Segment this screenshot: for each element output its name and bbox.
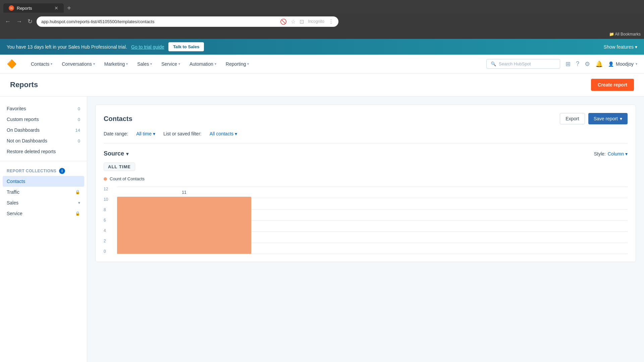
help-icon[interactable]: ? xyxy=(576,60,579,67)
user-chevron: ▾ xyxy=(636,62,637,66)
star-icon[interactable]: ☆ xyxy=(291,18,296,25)
show-features-button[interactable]: Show features ▾ xyxy=(604,44,637,50)
nav-sales-chevron: ▾ xyxy=(150,62,152,66)
report-card: Contacts Export Save report ▾ Date range… xyxy=(95,105,636,262)
collection-service-label: Service xyxy=(7,211,22,216)
search-box[interactable]: 🔍 Search HubSpot xyxy=(486,59,560,69)
date-range-label: Date range: xyxy=(104,131,128,136)
sidebar-item-service[interactable]: Service 🔒 xyxy=(0,208,87,219)
style-chevron: ▾ xyxy=(625,151,628,157)
main-layout: Favorites 0 Custom reports 0 On Dashboar… xyxy=(0,97,644,362)
y-label-6: 6 xyxy=(104,218,113,223)
page-header: Reports Create report xyxy=(0,73,644,97)
chart-title[interactable]: Source ▾ xyxy=(104,150,128,157)
chart-area: 12 10 8 6 4 2 0 11 xyxy=(104,187,628,254)
save-report-chevron: ▾ xyxy=(620,116,622,121)
traffic-lock-icon: 🔒 xyxy=(75,190,80,194)
search-icon: 🔍 xyxy=(491,61,496,66)
back-button[interactable]: ← xyxy=(3,17,12,26)
nav-contacts[interactable]: Contacts ▾ xyxy=(27,59,56,69)
date-range-value[interactable]: All time ▾ xyxy=(136,131,155,136)
sidebar-item-custom-reports[interactable]: Custom reports 0 xyxy=(0,114,87,125)
reload-button[interactable]: ↻ xyxy=(26,16,34,26)
chart-bars: 11 xyxy=(117,187,628,254)
info-icon[interactable]: i xyxy=(59,168,65,174)
grid-icon[interactable]: ⊞ xyxy=(566,60,571,68)
sidebar-item-sales[interactable]: Sales ▾ xyxy=(0,197,87,208)
nav-service-chevron: ▾ xyxy=(178,62,180,66)
chart-style: Style: Column ▾ xyxy=(594,151,628,157)
trial-link[interactable]: Go to trial guide xyxy=(131,44,164,50)
user-icon: 👤 xyxy=(608,61,614,67)
user-menu[interactable]: 👤 Moodjoy ▾ xyxy=(608,61,637,67)
sidebar-favorites-label: Favorites xyxy=(7,106,26,111)
menu-icon[interactable]: ⋮ xyxy=(328,18,334,25)
new-tab-button[interactable]: + xyxy=(64,4,74,12)
collection-contacts-label: Contacts xyxy=(7,179,25,184)
filter-chevron: ▾ xyxy=(235,131,237,136)
create-report-button[interactable]: Create report xyxy=(591,79,634,91)
active-tab[interactable]: H Reports ✕ xyxy=(3,3,64,13)
filter-value[interactable]: All contacts ▾ xyxy=(210,131,237,136)
save-report-label: Save report xyxy=(594,116,618,121)
export-button[interactable]: Export xyxy=(560,113,585,124)
forward-button[interactable]: → xyxy=(15,17,23,26)
sidebar-item-favorites[interactable]: Favorites 0 xyxy=(0,103,87,114)
sidebar-collections-title: Report collections i xyxy=(0,164,87,176)
tab-close-button[interactable]: ✕ xyxy=(54,5,58,11)
chart-header: Source ▾ Style: Column ▾ xyxy=(104,150,628,157)
incognito-label: Incognito xyxy=(308,19,324,24)
nav-conversations[interactable]: Conversations ▾ xyxy=(58,59,99,69)
sidebar-item-on-dashboards[interactable]: On Dashboards 14 xyxy=(0,125,87,135)
collection-sales-label: Sales xyxy=(7,200,18,205)
y-label-4: 4 xyxy=(104,228,113,233)
sidebar: Favorites 0 Custom reports 0 On Dashboar… xyxy=(0,97,87,362)
nav-marketing-chevron: ▾ xyxy=(126,62,128,66)
nav-automation-label: Automation xyxy=(190,61,213,67)
split-view-icon[interactable]: ⊡ xyxy=(300,18,304,25)
sidebar-item-contacts[interactable]: Contacts xyxy=(3,176,84,187)
nav-sales-label: Sales xyxy=(137,61,149,67)
sidebar-not-on-dashboards-label: Not on Dashboards xyxy=(7,138,47,143)
browser-controls: ← → ↻ app.hubspot.com/reports-list/45105… xyxy=(0,13,644,29)
nav-contacts-label: Contacts xyxy=(31,61,49,67)
settings-icon[interactable]: ⚙ xyxy=(585,60,590,68)
nav-reporting[interactable]: Reporting ▾ xyxy=(222,59,253,69)
sidebar-custom-reports-count: 0 xyxy=(78,117,80,122)
nav-marketing-label: Marketing xyxy=(104,61,125,67)
tab-favicon: H xyxy=(9,5,14,11)
nav-contacts-chevron: ▾ xyxy=(51,62,52,66)
nav-links: Contacts ▾ Conversations ▾ Marketing ▾ S… xyxy=(27,59,486,69)
nav-sales[interactable]: Sales ▾ xyxy=(133,59,156,69)
save-report-button[interactable]: Save report ▾ xyxy=(588,113,628,124)
browser-chrome: H Reports ✕ + ← → ↻ app.hubspot.com/repo… xyxy=(0,0,644,39)
y-label-8: 8 xyxy=(104,207,113,212)
address-bar-icons: 🚫 ☆ ⊡ Incognito ⋮ xyxy=(280,18,334,25)
chart-style-select[interactable]: Column ▾ xyxy=(608,151,628,157)
hubspot-logo[interactable]: 🔶 xyxy=(7,59,17,69)
top-nav-right: 🔍 Search HubSpot ⊞ ? ⚙ 🔔 👤 Moodjoy ▾ xyxy=(486,59,637,69)
sidebar-on-dashboards-label: On Dashboards xyxy=(7,127,40,133)
report-actions: Export Save report ▾ xyxy=(560,113,628,124)
nav-automation[interactable]: Automation ▾ xyxy=(185,59,220,69)
sidebar-divider xyxy=(0,161,87,161)
bell-icon[interactable]: 🔔 xyxy=(595,60,603,68)
trial-button[interactable]: Talk to Sales xyxy=(168,42,204,51)
sidebar-section-main: Favorites 0 Custom reports 0 On Dashboar… xyxy=(0,102,87,158)
nav-marketing[interactable]: Marketing ▾ xyxy=(100,59,132,69)
sidebar-favorites-count: 0 xyxy=(78,106,80,111)
chart-bar-main[interactable]: 11 xyxy=(117,197,251,254)
service-lock-icon: 🔒 xyxy=(75,211,80,216)
nav-service[interactable]: Service ▾ xyxy=(157,59,184,69)
sidebar-item-restore[interactable]: Restore deleted reports xyxy=(0,146,87,157)
bookmarks-bar: 📁 All Bookmarks xyxy=(0,29,644,39)
sidebar-item-not-on-dashboards[interactable]: Not on Dashboards 0 xyxy=(0,135,87,146)
collection-traffic-label: Traffic xyxy=(7,189,19,195)
sidebar-item-traffic[interactable]: Traffic 🔒 xyxy=(0,187,87,197)
top-nav: 🔶 Contacts ▾ Conversations ▾ Marketing ▾… xyxy=(0,55,644,73)
trial-message: You have 13 days left in your Sales Hub … xyxy=(7,44,127,50)
address-bar[interactable]: app.hubspot.com/reports-list/45105500/te… xyxy=(37,16,338,27)
grid-line-0 xyxy=(117,254,628,254)
user-name: Moodjoy xyxy=(616,61,634,67)
report-title: Contacts xyxy=(104,115,132,123)
